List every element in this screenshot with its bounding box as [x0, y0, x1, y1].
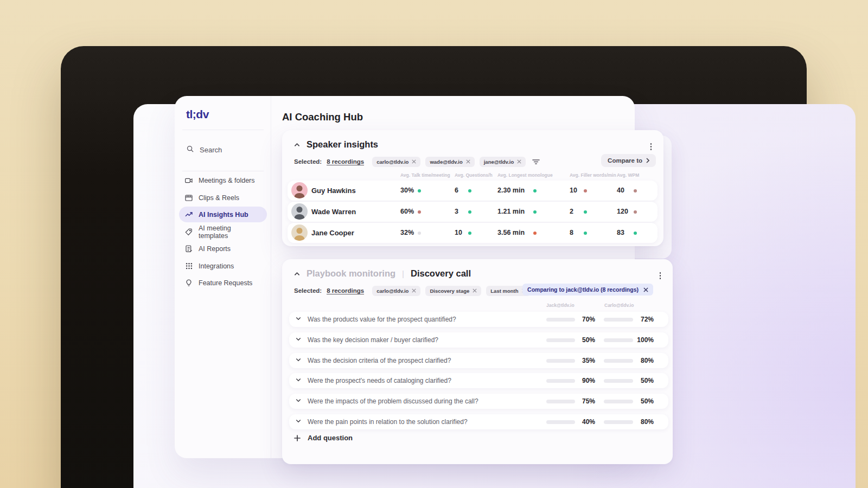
selected-recordings-link[interactable]: 8 recordings [327, 158, 364, 165]
progress-bar-carlo [604, 420, 633, 424]
sidebar-item-meetings-folders[interactable]: Meetings & folders [179, 172, 267, 188]
metric-value: 6 [455, 187, 458, 194]
speaker-row[interactable]: Guy Hawkins 30% 6 2.30 min 10 40 [288, 181, 658, 201]
collapse-chevron-icon[interactable] [294, 143, 300, 147]
percent-value: 90% [576, 377, 595, 384]
metric-value: 3.56 min [497, 229, 525, 236]
speaker-row[interactable]: Jane Cooper 32% 10 3.56 min 8 83 [288, 223, 658, 243]
chevron-down-icon[interactable] [296, 358, 301, 362]
close-icon [473, 288, 477, 293]
question-row[interactable]: Was the key decision maker / buyer clari… [289, 332, 668, 348]
chevron-down-icon[interactable] [296, 337, 301, 341]
collapse-chevron-icon[interactable] [294, 272, 300, 276]
column-header: Carlo@tldv.io [604, 303, 634, 308]
progress-bar-jack [546, 379, 575, 383]
chevron-down-icon[interactable] [296, 419, 301, 423]
chevron-down-icon[interactable] [296, 399, 301, 402]
progress-bar-jack [546, 318, 575, 322]
percent-value: 100% [634, 336, 654, 344]
progress-bar-carlo [604, 338, 633, 342]
progress-bar-jack [546, 420, 575, 424]
metric-value: 8 [570, 229, 573, 236]
tldv-logo: tl;dv [186, 108, 209, 121]
chevron-down-icon[interactable] [296, 317, 301, 320]
selected-label: Selected: [294, 287, 322, 294]
percent-value: 40% [576, 418, 595, 426]
search-button[interactable]: Search [186, 145, 222, 155]
progress-bar-carlo [604, 379, 633, 383]
metric-value: 32% [400, 229, 414, 236]
kebab-menu-icon[interactable] [658, 270, 663, 281]
speaker-filter-row: Selected: 8 recordings carlo@tldv.io wad… [294, 156, 540, 168]
status-dot [533, 232, 537, 235]
kebab-menu-icon[interactable] [648, 141, 654, 152]
question-row[interactable]: Was the products value for the prospect … [289, 312, 668, 327]
chip-label: wade@tldv.io [430, 159, 462, 165]
sidebar-item-feature-requests[interactable]: Feature Requests [179, 275, 267, 291]
filter-chip[interactable]: wade@tldv.io [425, 157, 474, 167]
sidebar-item-label: AI meeting templates [199, 224, 261, 240]
avatar [291, 203, 308, 220]
status-dot [533, 189, 537, 192]
page-title: AI Coaching Hub [282, 111, 363, 123]
chip-label: Last month [490, 288, 518, 294]
filter-chip[interactable]: jane@tldv.io [480, 157, 526, 167]
search-icon [186, 145, 194, 155]
status-dot [584, 210, 587, 214]
comparing-to-chip[interactable]: Comparing to jack@tldv.io (8 recordings) [522, 284, 653, 296]
sidebar-item-label: AI Reports [199, 245, 231, 253]
question-text: Was the decision criteria of the prospec… [308, 357, 451, 364]
sidebar-item-ai-insights-hub[interactable]: AI Insights Hub [179, 207, 267, 222]
sidebar-item-integrations[interactable]: Integrations [179, 258, 267, 274]
sidebar-item-ai-meeting-templates[interactable]: AI meeting templates [179, 224, 267, 240]
question-row[interactable]: Were the prospect's needs of cataloging … [289, 373, 668, 388]
metric-value: 10 [570, 187, 577, 194]
progress-bar-jack [546, 400, 575, 403]
question-row[interactable]: Were the pain points in relation to the … [289, 414, 668, 429]
speaker-name: Jane Cooper [311, 229, 354, 237]
filter-chip[interactable]: carlo@tldv.io [372, 157, 420, 167]
grid-dots-icon [184, 262, 193, 270]
chip-label: carlo@tldv.io [376, 159, 409, 165]
metric-value: 30% [400, 187, 414, 194]
compare-to-button[interactable]: Compare to [601, 154, 656, 167]
column-header: Avg. WPM [617, 172, 639, 178]
add-question-button[interactable]: Add question [294, 434, 353, 442]
progress-bar-carlo [604, 400, 633, 403]
metric-value: 83 [617, 229, 624, 236]
percent-value: 70% [576, 316, 595, 323]
column-header: Avg. Filler words/min [570, 172, 616, 178]
question-row[interactable]: Were the impacts of the problem discusse… [289, 394, 668, 409]
column-header: Avg. Talk time/meeting [400, 172, 450, 178]
status-dot [584, 189, 587, 192]
selected-recordings-link[interactable]: 8 recordings [327, 287, 364, 294]
column-header: Jack@tldv.io [546, 303, 575, 308]
divider [182, 130, 264, 130]
filter-chip[interactable]: Discovery stage [425, 286, 481, 296]
speaker-row[interactable]: Wade Warren 60% 3 1.21 min 2 120 [288, 202, 658, 222]
sidebar-item-ai-reports[interactable]: AI Reports [179, 241, 267, 256]
percent-value: 50% [634, 397, 654, 405]
column-header: Avg. Longest monologue [497, 172, 553, 178]
speaker-name: Wade Warren [311, 208, 356, 216]
lightbulb-icon [184, 279, 193, 287]
metric-value: 3 [455, 208, 458, 215]
close-icon [412, 159, 416, 164]
metric-value: 40 [617, 187, 624, 194]
progress-bar-carlo [604, 318, 633, 322]
percent-value: 80% [634, 418, 654, 426]
column-header: Avg. Questions/h [455, 172, 493, 178]
search-label: Search [200, 146, 222, 154]
status-dot [634, 232, 637, 235]
filter-funnel-icon[interactable] [532, 159, 540, 165]
percent-value: 72% [634, 316, 654, 323]
chip-label: carlo@tldv.io [376, 288, 409, 294]
question-text: Was the key decision maker / buyer clari… [308, 336, 438, 344]
question-row[interactable]: Was the decision criteria of the prospec… [289, 353, 668, 368]
chevron-down-icon[interactable] [296, 378, 301, 382]
marketing-background: tl;dv Search Meetings & folders Clips & … [0, 0, 868, 488]
question-text: Were the impacts of the problem discusse… [308, 397, 478, 405]
sidebar-item-clips-reels[interactable]: Clips & Reels [179, 190, 267, 206]
chip-label: jane@tldv.io [484, 159, 514, 165]
filter-chip[interactable]: carlo@tldv.io [372, 286, 420, 296]
